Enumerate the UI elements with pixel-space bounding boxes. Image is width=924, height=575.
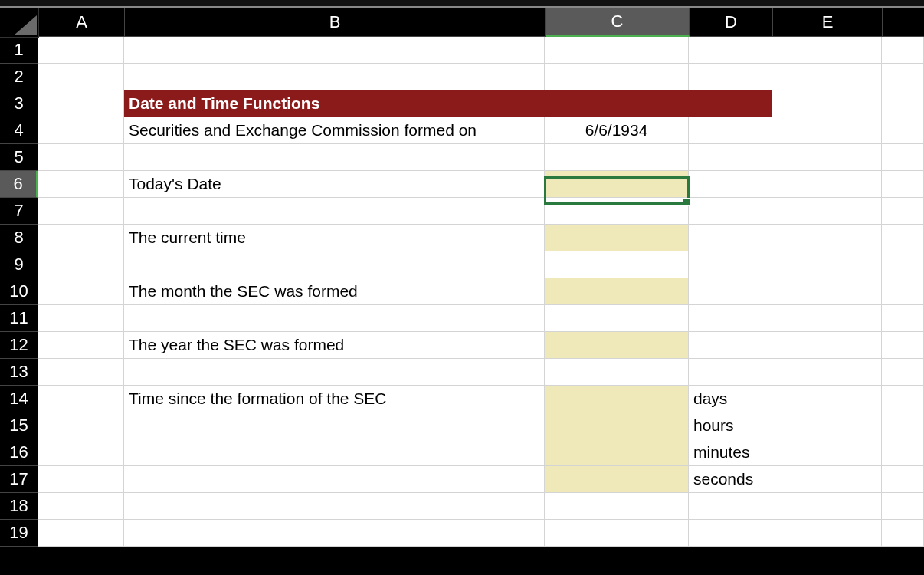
cell-A1[interactable] <box>38 37 124 64</box>
cell-D15[interactable]: hours <box>689 412 772 439</box>
cell-E7[interactable] <box>772 198 882 225</box>
cell-B3-banner[interactable]: Date and Time Functions <box>124 90 772 117</box>
cell-F18[interactable] <box>882 493 924 520</box>
cell-C11[interactable] <box>545 305 689 332</box>
cell-E8[interactable] <box>772 225 882 251</box>
cell-B13[interactable] <box>124 359 545 386</box>
cell-A16[interactable] <box>38 439 124 466</box>
cell-B18[interactable] <box>124 493 545 520</box>
cell-C5[interactable] <box>545 144 689 171</box>
cell-F1[interactable] <box>882 37 924 64</box>
cell-E12[interactable] <box>772 332 882 359</box>
row-header-16[interactable]: 16 <box>0 439 38 466</box>
cell-E4[interactable] <box>772 117 882 144</box>
col-header-D[interactable]: D <box>690 8 773 37</box>
cell-A6[interactable] <box>38 171 124 198</box>
row-header-3[interactable]: 3 <box>0 90 38 117</box>
cell-F15[interactable] <box>882 412 924 439</box>
cell-A15[interactable] <box>38 412 124 439</box>
cell-D11[interactable] <box>689 305 772 332</box>
cell-E14[interactable] <box>772 386 882 412</box>
cell-A2[interactable] <box>38 64 124 90</box>
cell-E5[interactable] <box>772 144 882 171</box>
cell-F3[interactable] <box>882 90 924 117</box>
cell-C9[interactable] <box>545 251 689 278</box>
cell-E2[interactable] <box>772 64 882 90</box>
cell-A18[interactable] <box>38 493 124 520</box>
cell-A12[interactable] <box>38 332 124 359</box>
cell-C17[interactable] <box>545 466 689 493</box>
cell-C2[interactable] <box>545 64 689 90</box>
cell-B15[interactable] <box>124 412 545 439</box>
cell-D6[interactable] <box>689 171 772 198</box>
cell-F16[interactable] <box>882 439 924 466</box>
col-header-A[interactable]: A <box>39 8 125 37</box>
cell-A14[interactable] <box>38 386 124 412</box>
cell-A19[interactable] <box>38 520 124 547</box>
cell-B1[interactable] <box>124 37 545 64</box>
cell-F2[interactable] <box>882 64 924 90</box>
cell-C1[interactable] <box>545 37 689 64</box>
cell-B10[interactable]: The month the SEC was formed <box>124 278 545 305</box>
cell-F11[interactable] <box>882 305 924 332</box>
row-header-10[interactable]: 10 <box>0 278 38 305</box>
col-header-F-partial[interactable] <box>883 8 924 37</box>
row-header-18[interactable]: 18 <box>0 493 38 520</box>
cell-B11[interactable] <box>124 305 545 332</box>
cell-C15[interactable] <box>545 412 689 439</box>
row-header-15[interactable]: 15 <box>0 412 38 439</box>
cell-F6[interactable] <box>882 171 924 198</box>
cell-C14[interactable] <box>545 386 689 412</box>
cell-B12[interactable]: The year the SEC was formed <box>124 332 545 359</box>
cell-D8[interactable] <box>689 225 772 251</box>
cell-C8[interactable] <box>545 225 689 251</box>
cell-B5[interactable] <box>124 144 545 171</box>
cell-E13[interactable] <box>772 359 882 386</box>
cell-D7[interactable] <box>689 198 772 225</box>
cell-C16[interactable] <box>545 439 689 466</box>
cell-A3[interactable] <box>38 90 124 117</box>
cell-A7[interactable] <box>38 198 124 225</box>
cell-E10[interactable] <box>772 278 882 305</box>
cell-D13[interactable] <box>689 359 772 386</box>
cell-B9[interactable] <box>124 251 545 278</box>
cell-E11[interactable] <box>772 305 882 332</box>
cell-E18[interactable] <box>772 493 882 520</box>
cell-D5[interactable] <box>689 144 772 171</box>
cell-A10[interactable] <box>38 278 124 305</box>
cell-C4[interactable]: 6/6/1934 <box>545 117 689 144</box>
cell-F8[interactable] <box>882 225 924 251</box>
row-header-9[interactable]: 9 <box>0 251 38 278</box>
cell-E9[interactable] <box>772 251 882 278</box>
row-header-1[interactable]: 1 <box>0 37 38 64</box>
cell-D12[interactable] <box>689 332 772 359</box>
cell-C18[interactable] <box>545 493 689 520</box>
cell-F13[interactable] <box>882 359 924 386</box>
row-header-11[interactable]: 11 <box>0 305 38 332</box>
cell-E6[interactable] <box>772 171 882 198</box>
cell-C6[interactable] <box>545 171 689 198</box>
cell-C10[interactable] <box>545 278 689 305</box>
row-header-4[interactable]: 4 <box>0 117 38 144</box>
cell-B17[interactable] <box>124 466 545 493</box>
cell-D18[interactable] <box>689 493 772 520</box>
col-header-B[interactable]: B <box>125 8 546 37</box>
cell-F9[interactable] <box>882 251 924 278</box>
row-header-8[interactable]: 8 <box>0 225 38 251</box>
select-all-corner[interactable] <box>0 8 39 38</box>
cell-A9[interactable] <box>38 251 124 278</box>
cell-B19[interactable] <box>124 520 545 547</box>
row-header-5[interactable]: 5 <box>0 144 38 171</box>
cell-F7[interactable] <box>882 198 924 225</box>
cell-F17[interactable] <box>882 466 924 493</box>
cell-E17[interactable] <box>772 466 882 493</box>
cell-F14[interactable] <box>882 386 924 412</box>
cell-C19[interactable] <box>545 520 689 547</box>
cell-D9[interactable] <box>689 251 772 278</box>
col-header-C[interactable]: C <box>546 8 690 37</box>
cell-A17[interactable] <box>38 466 124 493</box>
row-header-19[interactable]: 19 <box>0 520 38 547</box>
cell-F4[interactable] <box>882 117 924 144</box>
cell-C13[interactable] <box>545 359 689 386</box>
row-header-12[interactable]: 12 <box>0 332 38 359</box>
